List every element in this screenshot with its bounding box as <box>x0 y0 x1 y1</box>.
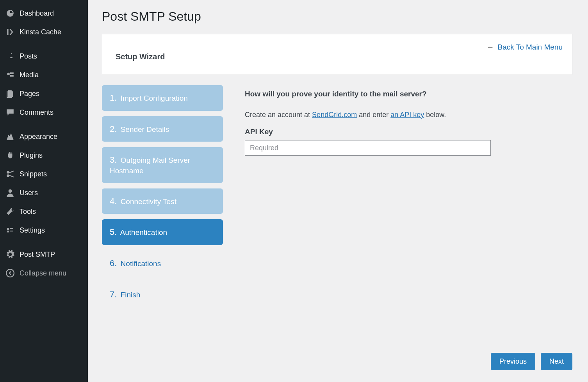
instruction-text: below. <box>424 111 446 119</box>
step-authentication[interactable]: 5. Authentication <box>102 219 223 245</box>
kinsta-icon <box>5 27 15 37</box>
step-import-configuration[interactable]: 1. Import Configuration <box>102 85 223 111</box>
sidebar-item-snippets[interactable]: Snippets <box>0 165 88 183</box>
comments-icon <box>5 108 15 117</box>
auth-instruction: Create an account at SendGrid.com and en… <box>245 111 572 119</box>
api-key-input[interactable] <box>245 140 491 156</box>
sidebar-separator <box>0 240 88 245</box>
wizard-header-panel: ← Back To Main Menu Setup Wizard <box>102 34 572 75</box>
sidebar-item-label: Kinsta Cache <box>20 28 61 36</box>
content-area: Post SMTP Setup ← Back To Main Menu Setu… <box>88 0 588 382</box>
sidebar-separator <box>0 122 88 127</box>
back-to-main-link[interactable]: ← Back To Main Menu <box>486 43 563 52</box>
sidebar-item-label: Comments <box>20 108 53 117</box>
step-number: 4. <box>110 196 117 206</box>
panel-title: Setup Wizard <box>116 52 559 61</box>
pin-icon <box>5 52 15 61</box>
settings-icon <box>5 226 15 235</box>
sidebar-item-dashboard[interactable]: Dashboard <box>0 4 88 23</box>
step-label: Authentication <box>120 228 167 236</box>
step-number: 1. <box>110 93 117 103</box>
sidebar-item-appearance[interactable]: Appearance <box>0 127 88 146</box>
sidebar-separator <box>0 41 88 47</box>
tools-icon <box>5 207 15 216</box>
auth-question: How will you prove your identity to the … <box>245 90 572 98</box>
sidebar-item-label: Dashboard <box>20 9 54 18</box>
sidebar-item-label: Media <box>20 71 39 79</box>
instruction-text: Create an account at <box>245 111 312 119</box>
pages-icon <box>5 89 15 98</box>
plugins-icon <box>5 151 15 160</box>
gear-icon <box>5 250 15 259</box>
wizard-main: How will you prove your identity to the … <box>245 85 572 156</box>
step-label: Notifications <box>121 259 161 268</box>
svg-point-0 <box>7 73 10 76</box>
step-finish[interactable]: 7. Finish <box>102 282 223 307</box>
back-link-text: Back To Main Menu <box>497 43 563 51</box>
sidebar-item-label: Collapse menu <box>20 269 66 277</box>
step-notifications[interactable]: 6. Notifications <box>102 251 223 276</box>
instruction-text: and enter <box>357 111 390 119</box>
sidebar-item-settings[interactable]: Settings <box>0 221 88 240</box>
sidebar-item-label: Pages <box>20 90 39 98</box>
page-title: Post SMTP Setup <box>102 9 572 24</box>
svg-point-4 <box>6 269 14 277</box>
svg-point-1 <box>7 171 9 174</box>
dashboard-icon <box>5 9 15 18</box>
snippets-icon <box>5 169 15 179</box>
sidebar-item-pages[interactable]: Pages <box>0 84 88 103</box>
step-label: Finish <box>121 291 141 299</box>
step-label: Sender Details <box>121 125 169 133</box>
sidebar-item-comments[interactable]: Comments <box>0 103 88 122</box>
step-sender-details[interactable]: 2. Sender Details <box>102 116 223 142</box>
sidebar-item-media[interactable]: Media <box>0 66 88 84</box>
collapse-icon <box>5 268 15 278</box>
sidebar-item-posts[interactable]: Posts <box>0 47 88 66</box>
api-key-label: API Key <box>245 128 572 136</box>
wizard-body: 1. Import Configuration 2. Sender Detail… <box>102 85 572 313</box>
svg-point-3 <box>9 189 12 193</box>
admin-sidebar: Dashboard Kinsta Cache Posts Media Pages… <box>0 0 88 382</box>
wizard-nav-buttons: Previous Next <box>491 353 572 370</box>
next-button[interactable]: Next <box>541 353 572 370</box>
sidebar-item-label: Plugins <box>20 151 43 160</box>
step-label: Import Configuration <box>121 94 188 102</box>
media-icon <box>5 70 15 80</box>
sidebar-item-kinsta-cache[interactable]: Kinsta Cache <box>0 23 88 41</box>
api-key-link[interactable]: an API key <box>390 111 424 119</box>
step-number: 7. <box>110 290 117 299</box>
sidebar-item-label: Settings <box>20 226 45 235</box>
step-number: 3. <box>110 155 117 165</box>
step-label: Connectivity Test <box>121 197 176 206</box>
sidebar-item-label: Users <box>20 189 38 197</box>
sidebar-item-users[interactable]: Users <box>0 183 88 202</box>
step-connectivity-test[interactable]: 4. Connectivity Test <box>102 188 223 214</box>
appearance-icon <box>5 132 15 141</box>
sidebar-item-label: Posts <box>20 52 37 60</box>
users-icon <box>5 188 15 197</box>
step-number: 6. <box>110 258 117 268</box>
previous-button[interactable]: Previous <box>491 353 535 370</box>
sendgrid-link[interactable]: SendGrid.com <box>312 111 357 119</box>
step-outgoing-mail-server[interactable]: 3. Outgoing Mail Server Hostname <box>102 147 223 183</box>
sidebar-item-label: Tools <box>20 208 36 216</box>
sidebar-item-post-smtp[interactable]: Post SMTP <box>0 245 88 264</box>
step-number: 2. <box>110 124 117 134</box>
wizard-steps: 1. Import Configuration 2. Sender Detail… <box>102 85 223 313</box>
step-number: 5. <box>110 227 117 237</box>
sidebar-item-label: Post SMTP <box>20 251 55 259</box>
svg-point-2 <box>7 174 9 177</box>
sidebar-item-tools[interactable]: Tools <box>0 202 88 221</box>
sidebar-item-plugins[interactable]: Plugins <box>0 146 88 165</box>
sidebar-item-collapse[interactable]: Collapse menu <box>0 264 88 283</box>
sidebar-item-label: Appearance <box>20 133 57 141</box>
sidebar-item-label: Snippets <box>20 170 47 178</box>
arrow-left-icon: ← <box>486 43 494 51</box>
step-label: Outgoing Mail Server Hostname <box>110 156 190 175</box>
